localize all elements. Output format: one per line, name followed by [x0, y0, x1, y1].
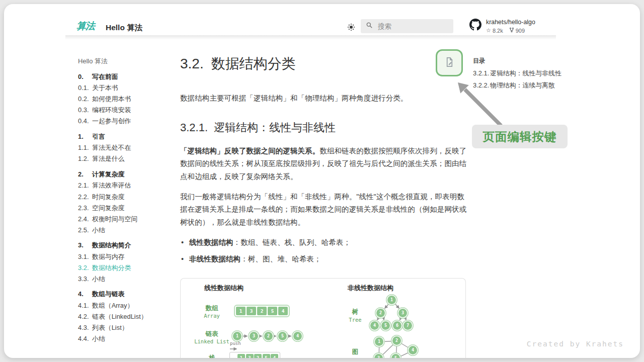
edit-page-icon: [444, 56, 455, 70]
sidebar-item-4-2[interactable]: 4.2.链表（LinkedList）: [78, 313, 177, 320]
edit-page-button[interactable]: [436, 49, 463, 76]
footer-credit: Created by Krahets: [527, 340, 624, 348]
graph-node: 3: [374, 354, 383, 358]
fork-count: 909: [516, 28, 525, 34]
sidebar-item-4-4[interactable]: 4.4.小结: [78, 335, 177, 342]
theme-toggle-icon[interactable]: [347, 23, 356, 32]
toc-title: 目录: [473, 58, 569, 64]
stack-cells: 1 3 2 5 4: [229, 352, 280, 358]
search-box[interactable]: [361, 19, 453, 33]
sidebar-item-4-1[interactable]: 4.1.数组（Array）: [78, 302, 177, 309]
sidebar-item-2-2[interactable]: 2.2.时间复杂度: [78, 194, 177, 201]
toc-item-321[interactable]: 3.2.1.逻辑结构：线性与非线性: [473, 70, 569, 77]
linear-nonlinear-paragraph: 我们一般将逻辑结构分为「线性」和「非线性」两种。"线性"这个概念很直观，即表明数…: [180, 191, 468, 229]
sidebar-item-3-1[interactable]: 3.1.数据与内存: [78, 253, 177, 260]
intro-paragraph: 数据结构主要可根据「逻辑结构」和「物理结构」两种角度进行分类。: [180, 92, 468, 105]
sidebar-nav: Hello 算法 0.写在前面 0.1.关于本书 0.2.如何使用本书 0.3.…: [78, 58, 177, 346]
github-icon: [469, 19, 481, 33]
sidebar-section-3[interactable]: 3.数据结构简介: [78, 242, 177, 249]
star-count: 8.2k: [493, 28, 503, 34]
sidebar-item-1-2[interactable]: 1.2.算法是什么: [78, 155, 177, 162]
stack-label-cn: 栈: [191, 354, 233, 358]
graph-label-cn: 图: [337, 348, 374, 356]
sidebar-section-4[interactable]: 4.数组与链表: [78, 291, 177, 298]
page-card: 算法 Hello 算法 krahets/hello-algo ☆ 8.2k: [4, 4, 640, 358]
sidebar-section-2[interactable]: 2.计算复杂度: [78, 171, 177, 178]
search-input[interactable]: [377, 22, 449, 31]
tree-label-cn: 树: [337, 308, 374, 316]
section-heading: 3.2.1.逻辑结构：线性与非线性: [180, 120, 468, 135]
structure-list: 线性数据结构：数组、链表、栈、队列、哈希表； 非线性数据结构：树、图、堆、哈希表…: [180, 237, 468, 265]
star-icon: ☆: [486, 27, 491, 34]
header-shadow-divider: [65, 35, 556, 40]
figure-heading-linear: 线性数据结构: [204, 284, 244, 293]
sidebar-section-1[interactable]: 1.引言: [78, 133, 177, 140]
sidebar-item-2-4[interactable]: 2.4.权衡时间与空间: [78, 216, 177, 223]
sidebar-item-0-2[interactable]: 0.2.如何使用本书: [78, 96, 177, 103]
toc-item-322[interactable]: 3.2.2.物理结构：连续与离散: [473, 82, 569, 89]
article: 3.2.数据结构分类 数据结构主要可根据「逻辑结构」和「物理结构」两种角度进行分…: [180, 54, 468, 358]
sidebar-item-0-4[interactable]: 0.4.一起参与创作: [78, 118, 177, 125]
linked-list-label-cn: 链表: [191, 330, 233, 338]
sidebar-section-0[interactable]: 0.写在前面: [78, 73, 177, 80]
sidebar-item-3-3[interactable]: 3.3.小结: [78, 276, 177, 283]
sidebar-item-0-1[interactable]: 0.1.关于本书: [78, 84, 177, 92]
push-label: push: [230, 341, 241, 346]
data-structure-figure: 线性数据结构 非线性数据结构 数组 Array 1 3 2 5 4 链表 Lin…: [180, 278, 466, 358]
page-title: 3.2.数据结构分类: [180, 54, 468, 73]
list-item: 非线性数据结构：树、图、堆、哈希表；: [180, 253, 468, 265]
site-title[interactable]: Hello 算法: [106, 23, 142, 33]
list-item: 线性数据结构：数组、链表、栈、队列、哈希表；: [180, 237, 468, 248]
array-cells: 1 3 2 5 4: [234, 305, 290, 317]
fork-icon: [509, 27, 514, 34]
array-label-cn: 数组: [191, 304, 233, 313]
sidebar-item-2-1[interactable]: 2.1.算法效率评估: [78, 182, 177, 189]
sidebar-item-2-3[interactable]: 2.3.空间复杂度: [78, 205, 177, 212]
toc-panel: 目录 3.2.1.逻辑结构：线性与非线性 3.2.2.物理结构：连续与离散: [473, 58, 569, 89]
logic-structure-paragraph: 「逻辑结构」反映了数据之间的逻辑关系。数组和链表的数据按照顺序依次排列，反映了数…: [180, 145, 468, 184]
repo-name: krahets/hello-algo: [486, 19, 535, 26]
graph-label-en: Graph: [337, 357, 374, 358]
site-logo[interactable]: 算法: [76, 20, 101, 33]
search-icon: [366, 22, 373, 31]
sidebar-item-4-3[interactable]: 4.3.列表（List）: [78, 324, 177, 331]
graph-node: 5: [391, 354, 400, 358]
annotation-label: 页面编辑按键: [472, 125, 568, 148]
figure-heading-nonlinear: 非线性数据结构: [348, 284, 393, 293]
sidebar-site-title: Hello 算法: [78, 58, 177, 65]
sidebar-item-1-1[interactable]: 1.1.算法无处不在: [78, 144, 177, 151]
array-label-en: Array: [191, 313, 233, 319]
github-repo-link[interactable]: krahets/hello-algo ☆ 8.2k 909: [469, 19, 535, 34]
sidebar-item-3-2-active[interactable]: 3.2.数据结构分类: [78, 264, 177, 272]
tree-label-en: Tree: [337, 317, 374, 323]
sidebar-item-2-5[interactable]: 2.5.小结: [78, 227, 177, 234]
sidebar-item-0-3[interactable]: 0.3.编程环境安装: [78, 107, 177, 114]
